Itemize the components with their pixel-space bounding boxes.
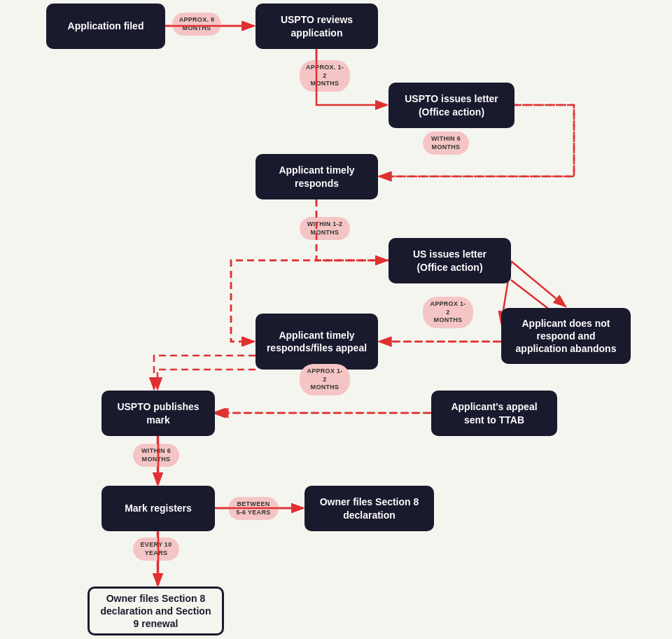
pill-approx9months: APPROX. 9 MONTHS: [172, 13, 221, 36]
applicant-does-not-respond-label: Applicant does not respond and applicati…: [511, 317, 621, 356]
mark-registers-node: Mark registers: [102, 486, 215, 531]
us-issues-label: US issues letter (Office action): [398, 248, 501, 273]
pill-within12months-2: WITHIN 1-2MONTHS: [300, 217, 350, 240]
pill-within6months-1: WITHIN 6MONTHS: [423, 132, 469, 155]
pill-every10years: EVERY 10YEARS: [133, 538, 179, 561]
applicants-appeal-ttab-node: Applicant's appeal sent to TTAB: [431, 391, 557, 436]
pill-approx12months-4: APPROX 1-2MONTHS: [300, 364, 350, 395]
pill-approx12months-1-label: APPROX. 1-2MONTHS: [306, 64, 344, 87]
uspto-publishes-node: USPTO publishes mark: [102, 391, 215, 436]
us-issues-office-action2-node: US issues letter (Office action): [388, 238, 511, 283]
pill-between56years-label: BETWEEN5-6 YEARS: [236, 500, 270, 516]
pill-approx9months-label: APPROX. 9 MONTHS: [179, 16, 215, 31]
applicant-does-not-respond-node: Applicant does not respond and applicati…: [501, 308, 631, 364]
pill-within6months-1-label: WITHIN 6MONTHS: [431, 135, 461, 150]
flowchart-diagram: Application filed USPTO reviews applicat…: [0, 0, 672, 639]
pill-approx12months-1: APPROX. 1-2MONTHS: [300, 60, 350, 92]
pill-between56years: BETWEEN5-6 YEARS: [228, 497, 279, 520]
uspto-reviews-label: USPTO reviews application: [265, 13, 368, 38]
pill-within12months-2-label: WITHIN 1-2MONTHS: [307, 220, 343, 236]
applicant-timely-responds-files-node: Applicant timely responds/files appeal: [255, 314, 378, 370]
pill-within6months-2-label: WITHIN 6MONTHS: [141, 447, 171, 463]
application-filed-node: Application filed: [46, 3, 165, 49]
owner-files-sec8-sec9-label: Owner files Section 8 declaration and Se…: [99, 592, 212, 631]
applicant-timely-responds-node: Applicant timely responds: [255, 154, 378, 199]
uspto-issues-label: USPTO issues letter (Office action): [398, 92, 505, 118]
applicant-timely-responds-files-label: Applicant timely responds/files appeal: [265, 329, 368, 354]
uspto-reviews-node: USPTO reviews application: [255, 3, 378, 49]
applicants-appeal-ttab-label: Applicant's appeal sent to TTAB: [441, 400, 547, 426]
owner-files-sec8-sec9-node: Owner files Section 8 declaration and Se…: [88, 587, 224, 636]
owner-files-sec8-label: Owner files Section 8 declaration: [314, 496, 424, 521]
pill-approx12months-3: APPROX 1-2MONTHS: [423, 297, 473, 328]
uspto-issues-office-action-node: USPTO issues letter (Office action): [388, 83, 514, 128]
uspto-publishes-label: USPTO publishes mark: [111, 400, 205, 426]
pill-approx12months-3-label: APPROX 1-2MONTHS: [430, 300, 465, 323]
owner-files-sec8-node: Owner files Section 8 declaration: [304, 486, 434, 531]
applicant-timely-responds-label: Applicant timely responds: [265, 164, 368, 189]
pill-within6months-2: WITHIN 6MONTHS: [133, 444, 179, 467]
pill-every10years-label: EVERY 10YEARS: [141, 541, 172, 556]
mark-registers-label: Mark registers: [125, 502, 192, 514]
svg-line-13: [511, 261, 566, 307]
application-filed-label: Application filed: [68, 20, 144, 32]
pill-approx12months-4-label: APPROX 1-2MONTHS: [307, 367, 342, 391]
